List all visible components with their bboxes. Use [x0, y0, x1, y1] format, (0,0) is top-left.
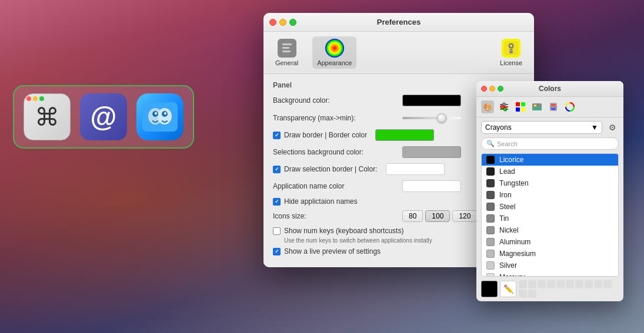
color-name-magnesium: Magnesium [499, 250, 536, 258]
hide-names-label: Hide applictaion names [284, 197, 358, 206]
gear-button[interactable]: ⚙ [606, 121, 619, 134]
color-item-licorice[interactable]: Licorice [482, 154, 618, 166]
dock-icon-mail[interactable] [80, 93, 127, 140]
show-num-keys-checkbox[interactable] [273, 227, 281, 235]
svg-point-16 [512, 50, 513, 51]
color-item-steel[interactable]: Steel [482, 201, 618, 213]
color-cell[interactable] [585, 280, 593, 288]
prefs-toolbar: General Appearance License [263, 32, 534, 74]
app-name-color-label: Application name color [273, 182, 402, 190]
color-name-silver: Silver [499, 261, 517, 270]
color-item-silver[interactable]: Silver [482, 260, 618, 271]
svg-rect-30 [550, 106, 557, 107]
colors-close-button[interactable] [481, 86, 487, 92]
selections-bg-label: Selections background color: [273, 148, 402, 156]
color-grid [519, 280, 619, 298]
color-dot-iron [486, 191, 495, 199]
colors-dropdown[interactable]: Crayons ▼ [481, 121, 602, 134]
license-label: License [500, 59, 522, 66]
color-dot-steel [486, 203, 495, 211]
color-list[interactable]: Licorice Lead Tungsten Iron Steel Tin Ni… [481, 153, 619, 277]
search-icon: 🔍 [486, 140, 495, 147]
general-icon [278, 39, 296, 58]
color-item-iron[interactable]: Iron [482, 189, 618, 201]
svg-point-15 [509, 50, 510, 51]
color-item-tin[interactable]: Tin [482, 213, 618, 224]
pencil-button[interactable]: ✏️ [500, 281, 516, 297]
size-buttons: 80 100 120 [402, 210, 477, 222]
search-placeholder: Search [497, 140, 518, 147]
svg-rect-23 [516, 102, 520, 106]
color-dot-tin [486, 214, 495, 223]
chevron-down-icon: ▼ [591, 123, 598, 132]
color-item-magnesium[interactable]: Magnesium [482, 248, 618, 260]
toolbar-license[interactable]: License [495, 36, 527, 69]
zoom-button[interactable] [289, 19, 296, 26]
appearance-label: Appearance [317, 59, 352, 66]
color-palette-mode[interactable] [514, 100, 527, 113]
color-name-aluminum: Aluminum [499, 238, 530, 246]
color-cell[interactable] [603, 280, 612, 288]
colors-zoom-button[interactable] [498, 86, 503, 92]
toolbar-appearance[interactable]: Appearance [312, 36, 356, 69]
border-color-swatch[interactable] [375, 129, 434, 141]
dock-icon-commandpost[interactable] [24, 93, 71, 140]
size-80-button[interactable]: 80 [402, 210, 423, 222]
color-item-mercury[interactable]: Mercury [482, 271, 618, 277]
general-label: General [275, 59, 298, 66]
selection-border-color-swatch[interactable] [386, 163, 445, 175]
color-custom-mode[interactable] [563, 100, 576, 113]
color-name-lead: Lead [499, 167, 515, 176]
color-cell[interactable] [528, 280, 536, 288]
colors-panel: Colors 🎨 [476, 81, 623, 301]
color-cell[interactable] [566, 280, 574, 288]
hide-names-checkbox[interactable] [273, 198, 281, 206]
svg-point-13 [510, 45, 512, 47]
color-image-mode[interactable] [530, 100, 543, 113]
color-sliders-mode[interactable] [498, 100, 510, 113]
size-120-button[interactable]: 120 [452, 210, 477, 222]
color-item-aluminum[interactable]: Aluminum [482, 236, 618, 248]
color-cell[interactable] [556, 280, 565, 288]
selections-bg-swatch[interactable] [402, 146, 461, 158]
color-cell[interactable] [519, 290, 527, 298]
transparency-slider[interactable] [402, 117, 461, 119]
prefs-title: Preferences [377, 18, 421, 26]
color-cell[interactable] [528, 290, 536, 298]
color-crayon-mode[interactable] [547, 100, 560, 113]
minimize-button[interactable] [279, 19, 286, 26]
colors-dropdown-value: Crayons [485, 123, 512, 132]
prefs-titlebar: Preferences [263, 13, 534, 32]
app-name-color-swatch[interactable] [402, 180, 461, 192]
show-num-keys-label: Show num keys (keyboard shortcusts) [284, 227, 403, 235]
bg-color-swatch[interactable] [402, 95, 461, 106]
colors-search[interactable]: 🔍 Search [481, 137, 619, 150]
size-100-button[interactable]: 100 [425, 210, 450, 222]
toolbar-general[interactable]: General [271, 36, 303, 69]
color-cell[interactable] [538, 280, 546, 288]
live-preview-checkbox[interactable] [273, 248, 281, 255]
color-dot-magnesium [486, 250, 495, 258]
color-dot-lead [486, 167, 495, 176]
slider-thumb[interactable] [437, 113, 446, 123]
color-wheel-mode[interactable]: 🎨 [481, 100, 494, 113]
color-dot-nickel [486, 226, 495, 234]
color-name-tin: Tin [499, 214, 509, 223]
color-name-nickel: Nickel [499, 226, 519, 234]
color-cell[interactable] [547, 280, 555, 288]
color-item-lead[interactable]: Lead [482, 166, 618, 177]
color-cell[interactable] [594, 280, 602, 288]
dock-icon-finder[interactable] [136, 93, 183, 140]
draw-border-checkbox[interactable] [273, 132, 281, 139]
color-cell[interactable] [519, 280, 527, 288]
selected-color-box [481, 281, 498, 297]
color-item-nickel[interactable]: Nickel [482, 224, 618, 236]
svg-rect-32 [551, 108, 556, 110]
bg-color-label: Background color: [273, 96, 402, 105]
colors-minimize-button[interactable] [489, 86, 495, 92]
close-button[interactable] [269, 19, 276, 26]
color-cell[interactable] [575, 280, 583, 288]
draw-selection-border-checkbox[interactable] [273, 166, 281, 173]
color-item-tungsten[interactable]: Tungsten [482, 177, 618, 189]
colors-mode-bar: 🎨 [476, 97, 623, 117]
